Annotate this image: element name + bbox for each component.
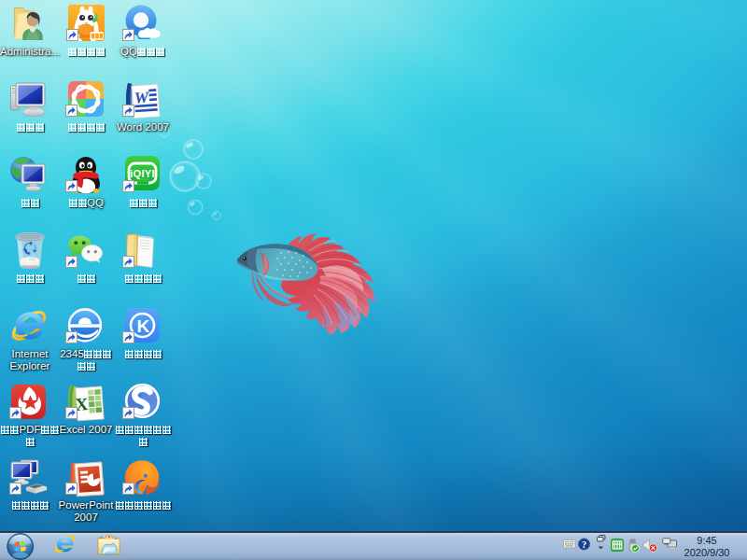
svg-text:?: ?: [582, 539, 586, 550]
svg-text:iQIYI: iQIYI: [130, 168, 155, 179]
svg-text:K: K: [137, 316, 150, 336]
